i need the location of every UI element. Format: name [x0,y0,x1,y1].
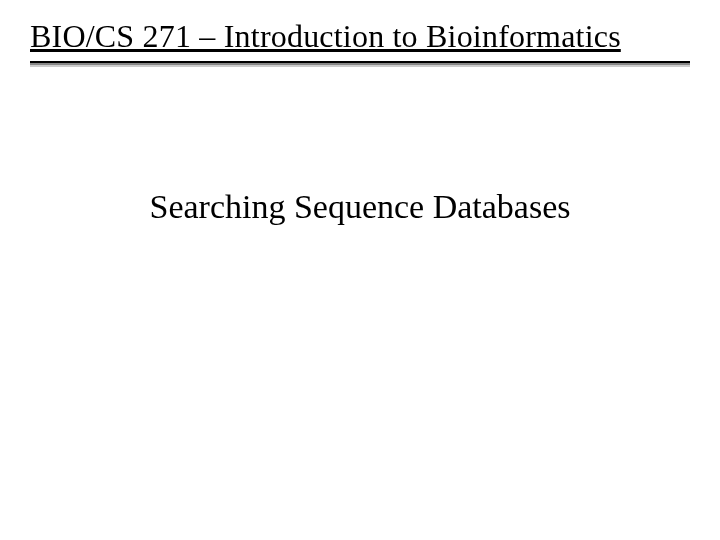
slide-title: Searching Sequence Databases [0,188,720,226]
course-title: BIO/CS 271 – Introduction to Bioinformat… [30,18,690,55]
slide-header: BIO/CS 271 – Introduction to Bioinformat… [0,0,720,55]
header-divider [30,61,690,67]
